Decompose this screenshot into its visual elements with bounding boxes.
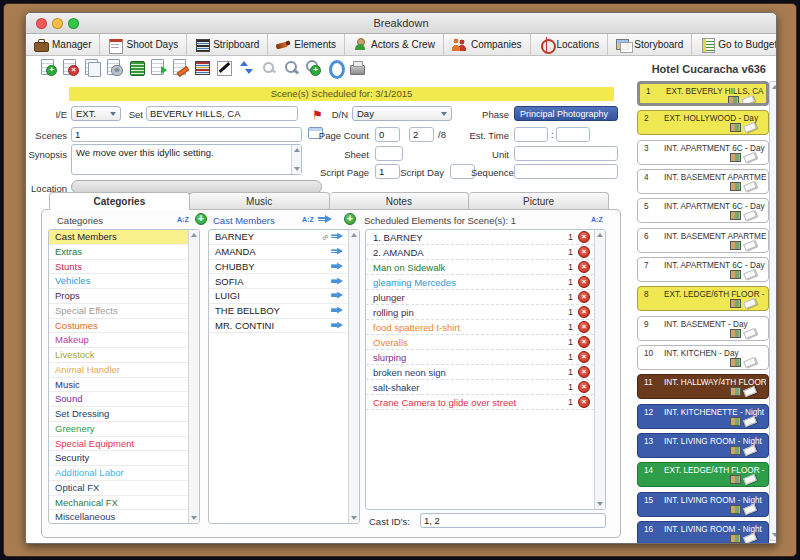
est-time-minutes-input[interactable] — [556, 127, 590, 142]
category-item[interactable]: Greenery — [49, 422, 188, 437]
category-item[interactable]: Sound — [49, 392, 188, 407]
scheduled-element-row[interactable]: salt-shaker1 — [366, 380, 594, 395]
set-input[interactable] — [146, 106, 298, 121]
add-element-button[interactable] — [344, 213, 356, 225]
remove-element-button[interactable] — [578, 366, 590, 378]
sequence-input[interactable] — [514, 164, 618, 179]
nav-tab-storyboard[interactable]: Storyboard — [608, 34, 692, 55]
category-item[interactable]: Vehicles — [49, 274, 188, 289]
sort-az-icon[interactable] — [591, 216, 602, 223]
nav-tab-go-to-budgeting[interactable]: Go to Budgeting — [692, 34, 777, 55]
copy-sheet-icon[interactable] — [84, 59, 101, 76]
schedule-arrow-icon[interactable] — [331, 307, 344, 315]
synopsis-input[interactable]: We move over this idyllic setting. — [71, 144, 302, 175]
scroll-down-arrow[interactable] — [770, 530, 777, 540]
category-item[interactable]: Costumes — [49, 319, 188, 334]
nav-tab-manager[interactable]: Manager — [26, 34, 100, 55]
nav-tab-actors-crew[interactable]: Actors & Crew — [345, 34, 444, 55]
category-item[interactable]: Security — [49, 451, 188, 466]
strip-scrollbar[interactable] — [769, 81, 777, 541]
nav-tab-locations[interactable]: Locations — [531, 34, 609, 55]
cast-scrollbar[interactable] — [348, 230, 359, 523]
scene-strip-10[interactable]: 10INT. KITCHEN - Day — [637, 345, 769, 370]
stripboard-small-icon[interactable] — [194, 59, 211, 76]
category-item[interactable]: Additional Labor — [49, 466, 188, 481]
scene-strip-6[interactable]: 6INT. BASEMENT APARTMENT — [637, 228, 769, 253]
schedule-all-arrow-icon[interactable] — [318, 215, 333, 224]
est-time-hours-input[interactable] — [514, 127, 548, 142]
category-item[interactable]: Set Dressing — [49, 407, 188, 422]
scroll-up-arrow[interactable] — [189, 230, 199, 240]
remove-element-button[interactable] — [578, 321, 590, 333]
marker-icon[interactable] — [216, 59, 233, 76]
scroll-up-arrow[interactable] — [770, 82, 777, 92]
remove-element-button[interactable] — [578, 246, 590, 258]
day-night-select[interactable]: Day — [352, 106, 452, 121]
page-count-whole-input[interactable] — [375, 127, 400, 142]
remove-element-button[interactable] — [578, 396, 590, 408]
remove-element-button[interactable] — [578, 306, 590, 318]
remove-element-button[interactable] — [578, 291, 590, 303]
scroll-up-arrow[interactable] — [349, 230, 359, 240]
scheduled-element-row[interactable]: slurping1 — [366, 350, 594, 365]
cast-member-row[interactable]: MR. CONTINI — [209, 319, 348, 334]
remove-element-button[interactable] — [578, 351, 590, 363]
scroll-up-arrow[interactable] — [595, 230, 605, 240]
new-sheet-icon[interactable] — [40, 59, 57, 76]
category-item[interactable]: Animal Handler — [49, 363, 188, 378]
cast-member-row[interactable]: LUIGI — [209, 289, 348, 304]
remove-element-button[interactable] — [578, 276, 590, 288]
nav-tab-elements[interactable]: Elements — [268, 34, 345, 55]
sheet-input[interactable] — [375, 146, 403, 161]
scheduled-element-row[interactable]: 1. BARNEY1 — [366, 230, 594, 245]
category-item[interactable]: Extras — [49, 245, 188, 260]
list-icon[interactable] — [128, 59, 145, 76]
loop-icon[interactable] — [326, 59, 343, 76]
scene-strip-12[interactable]: 12INT. KITCHENETTE - Night — [637, 404, 769, 429]
scroll-down-arrow[interactable] — [595, 499, 605, 509]
unit-input[interactable] — [514, 146, 618, 161]
cast-ids-input[interactable] — [420, 513, 606, 528]
scheduled-element-row[interactable]: food spattered t-shirt1 — [366, 320, 594, 335]
cast-member-row[interactable]: CHUBBY — [209, 260, 348, 275]
cast-member-row[interactable]: AMANDA — [209, 245, 348, 260]
category-item[interactable]: Special Effects — [49, 304, 188, 319]
insert-sheet-icon[interactable] — [150, 59, 167, 76]
cast-member-row[interactable]: SOFIA — [209, 274, 348, 289]
remove-element-button[interactable] — [578, 231, 590, 243]
nav-tab-shoot-days[interactable]: Shoot Days — [100, 34, 187, 55]
category-item[interactable]: Stunts — [49, 260, 188, 275]
edit-sheet-icon[interactable] — [172, 59, 189, 76]
scheduled-element-row[interactable]: broken neon sign1 — [366, 365, 594, 380]
scene-strip-16[interactable]: 16INT. LIVING ROOM - Night — [637, 521, 769, 544]
categories-scrollbar[interactable] — [188, 230, 199, 523]
sort-merge-icon[interactable] — [238, 59, 255, 76]
schedule-arrow-icon[interactable] — [331, 277, 344, 285]
tab-music[interactable]: Music — [190, 192, 330, 210]
remove-element-button[interactable] — [578, 381, 590, 393]
scene-strip-2[interactable]: 2EXT. HOLLYWOOD - Day — [637, 110, 769, 135]
scheduled-element-row[interactable]: Crane Camera to glide over street1 — [366, 395, 594, 410]
scheduled-element-row[interactable]: Man on Sidewalk1 — [366, 260, 594, 275]
scene-strip-7[interactable]: 7INT. APARTMENT 6C - Day — [637, 257, 769, 282]
add-find-icon[interactable] — [304, 59, 321, 76]
scheduled-element-row[interactable]: 2. AMANDA1 — [366, 245, 594, 260]
category-item[interactable]: Miscellaneous — [49, 510, 188, 524]
delete-sheet-icon[interactable] — [62, 59, 79, 76]
elements-scrollbar[interactable] — [594, 230, 605, 509]
scheduled-element-row[interactable]: rolling pin1 — [366, 305, 594, 320]
page-count-eighths-input[interactable] — [409, 127, 434, 142]
tab-picture[interactable]: Picture — [469, 192, 609, 210]
scroll-down-arrow[interactable] — [189, 513, 199, 523]
nav-tab-companies[interactable]: Companies — [444, 34, 531, 55]
schedule-arrow-icon[interactable] — [331, 233, 344, 241]
scene-strip-3[interactable]: 3INT. APARTMENT 6C - Day — [637, 140, 769, 165]
category-item[interactable]: Cast Members — [49, 230, 188, 245]
cast-member-row[interactable]: THE BELLBOY — [209, 304, 348, 319]
sort-az-icon[interactable] — [302, 216, 313, 223]
find-prev-icon[interactable] — [260, 59, 277, 76]
category-item[interactable]: Music — [49, 378, 188, 393]
category-item[interactable]: Livestock — [49, 348, 188, 363]
scene-strip-4[interactable]: 4INT. BASEMENT APARTMENT — [637, 169, 769, 194]
scenes-input[interactable] — [71, 127, 302, 142]
